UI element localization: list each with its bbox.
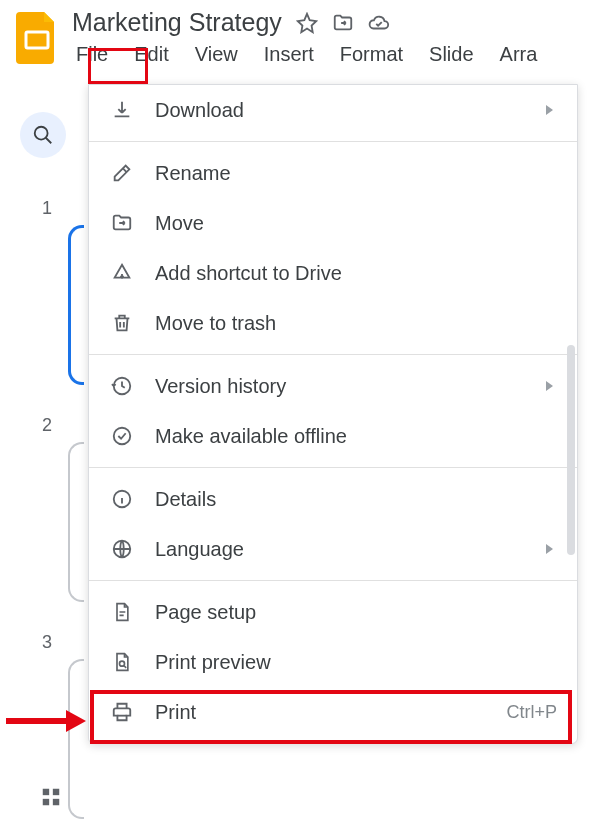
slides-logo[interactable] [12,8,62,68]
menu-file[interactable]: File [72,41,112,68]
menu-insert[interactable]: Insert [260,41,318,68]
menu-print-preview[interactable]: Print preview [89,637,577,687]
svg-point-1 [35,127,48,140]
info-icon [109,486,135,512]
menu-arrange[interactable]: Arra [496,41,542,68]
search-button[interactable] [20,112,66,158]
star-icon[interactable] [296,12,318,34]
menu-make-offline[interactable]: Make available offline [89,411,577,461]
slide-thumb-2[interactable] [68,442,84,602]
menu-add-shortcut[interactable]: Add shortcut to Drive [89,248,577,298]
menu-make-offline-label: Make available offline [155,425,557,448]
slide-thumb-3[interactable] [68,659,84,819]
divider [89,580,577,581]
offline-icon [109,423,135,449]
menu-move-trash-label: Move to trash [155,312,557,335]
move-folder-icon[interactable] [332,12,354,34]
menu-download[interactable]: Download [89,85,577,135]
download-icon [109,97,135,123]
thumb-number-3: 3 [42,632,85,653]
thumb-number-2: 2 [42,415,85,436]
menu-format[interactable]: Format [336,41,407,68]
trash-icon [109,310,135,336]
menu-details-label: Details [155,488,557,511]
svg-rect-4 [43,799,49,805]
svg-rect-5 [53,799,59,805]
menu-version-history[interactable]: Version history [89,361,577,411]
menu-add-shortcut-label: Add shortcut to Drive [155,262,557,285]
svg-rect-2 [43,789,49,795]
menu-print-label: Print [155,701,486,724]
file-dropdown: Download Rename Move Add shortcut to Dri… [88,84,578,744]
slide-thumb-1[interactable] [68,225,84,385]
menu-move-trash[interactable]: Move to trash [89,298,577,348]
menu-edit[interactable]: Edit [130,41,172,68]
menu-download-label: Download [155,99,526,122]
chevron-right-icon [546,381,553,391]
globe-icon [109,536,135,562]
menu-move-label: Move [155,212,557,235]
menu-version-history-label: Version history [155,375,526,398]
menu-print-shortcut: Ctrl+P [506,702,557,723]
svg-rect-3 [53,789,59,795]
divider [89,467,577,468]
svg-point-9 [120,661,125,666]
chevron-right-icon [546,544,553,554]
divider [89,354,577,355]
menu-move[interactable]: Move [89,198,577,248]
menu-language-label: Language [155,538,526,561]
divider [89,141,577,142]
thumb-number-1: 1 [42,198,85,219]
menu-print[interactable]: Print Ctrl+P [89,687,577,737]
menu-page-setup-label: Page setup [155,601,557,624]
doc-title[interactable]: Marketing Strategy [72,8,282,37]
folder-move-icon [109,210,135,236]
scrollbar-thumb[interactable] [567,345,575,555]
menu-rename-label: Rename [155,162,557,185]
svg-point-6 [114,428,131,445]
left-rail: 1 2 3 [0,100,85,820]
chevron-right-icon [546,105,553,115]
print-icon [109,699,135,725]
menu-details[interactable]: Details [89,474,577,524]
menu-print-preview-label: Print preview [155,651,557,674]
print-preview-icon [109,649,135,675]
cloud-status-icon[interactable] [368,12,390,34]
pencil-icon [109,160,135,186]
drive-shortcut-icon [109,260,135,286]
menu-rename[interactable]: Rename [89,148,577,198]
page-icon [109,599,135,625]
app-header: Marketing Strategy File Edit View Insert… [0,0,600,68]
menu-slide[interactable]: Slide [425,41,477,68]
menu-page-setup[interactable]: Page setup [89,587,577,637]
grid-view-button[interactable] [36,782,66,812]
menubar: File Edit View Insert Format Slide Arra [72,41,588,68]
menu-language[interactable]: Language [89,524,577,574]
history-icon [109,373,135,399]
menu-view[interactable]: View [191,41,242,68]
